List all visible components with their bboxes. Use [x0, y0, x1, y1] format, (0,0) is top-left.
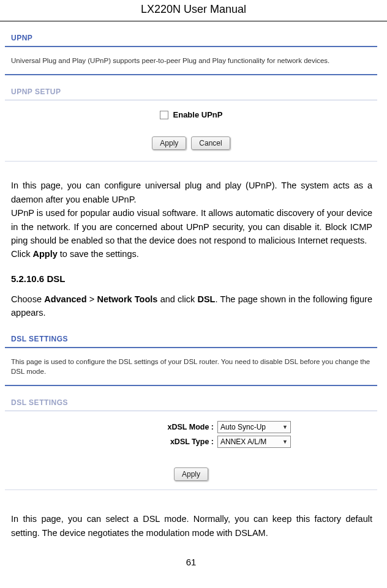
text: >: [87, 294, 97, 304]
apply-button[interactable]: Apply: [152, 136, 186, 150]
upnp-paragraph-1: In this page, you can configure universa…: [5, 162, 377, 206]
xdsl-type-select[interactable]: ANNEX A/L/M ▼: [217, 436, 291, 448]
section-title: DSL: [47, 274, 65, 284]
section-number: 5.2.10.6: [11, 274, 44, 284]
upnp-description: Universal Plug and Play (UPnP) supports …: [5, 47, 377, 75]
dsl-buttons: Apply: [5, 453, 377, 490]
dsl-settings-description: This page is used to configure the DSL s…: [5, 348, 377, 386]
dsl-nav-paragraph: Choose Advanced > Network Tools and clic…: [5, 292, 377, 320]
advanced-bold: Advanced: [44, 294, 86, 304]
network-tools-bold: Network Tools: [97, 294, 157, 304]
enable-upnp-checkbox[interactable]: [160, 111, 168, 119]
page-number: 61: [5, 540, 377, 571]
upnp-paragraph-3: Click Apply to save the settings.: [5, 247, 377, 261]
chevron-down-icon: ▼: [282, 439, 288, 445]
xdsl-type-row: xDSL Type : ANNEX A/L/M ▼: [5, 434, 377, 449]
dsl-section-number-heading: 5.2.10.6 DSL: [5, 261, 377, 292]
xdsl-mode-label: xDSL Mode :: [91, 423, 214, 431]
dsl-settings-heading-1: DSL SETTINGS: [5, 329, 377, 348]
xdsl-mode-row: xDSL Mode : Auto Sync-Up ▼: [5, 420, 377, 434]
text: to save the settings.: [58, 249, 139, 259]
text: and click: [157, 294, 197, 304]
dsl-bold: DSL: [197, 294, 215, 304]
enable-upnp-label: Enable UPnP: [173, 110, 223, 119]
xdsl-mode-value: Auto Sync-Up: [220, 423, 266, 431]
xdsl-mode-select[interactable]: Auto Sync-Up ▼: [217, 421, 291, 433]
xdsl-type-label: xDSL Type :: [91, 437, 214, 446]
manual-title: LX220N User Manual: [0, 0, 387, 21]
upnp-setup-heading: UPNP SETUP: [5, 75, 377, 100]
enable-upnp-row: Enable UPnP: [5, 100, 377, 122]
text: Choose: [11, 294, 44, 304]
apply-button[interactable]: Apply: [174, 467, 208, 481]
dsl-settings-heading-2: DSL SETTINGS: [5, 386, 377, 411]
upnp-heading: UPNP: [5, 28, 377, 47]
cancel-button[interactable]: Cancel: [191, 136, 230, 150]
apply-bold: Apply: [32, 249, 57, 259]
dsl-form: xDSL Mode : Auto Sync-Up ▼ xDSL Type : A…: [5, 411, 377, 453]
dsl-paragraph-1: In this page, you can select a DSL mode.…: [5, 490, 377, 540]
upnp-paragraph-2: UPnP is used for popular audio visual so…: [5, 206, 377, 247]
text: Click: [11, 249, 32, 259]
xdsl-type-value: ANNEX A/L/M: [220, 437, 266, 446]
chevron-down-icon: ▼: [282, 424, 288, 430]
upnp-buttons: Apply Cancel: [5, 122, 377, 162]
